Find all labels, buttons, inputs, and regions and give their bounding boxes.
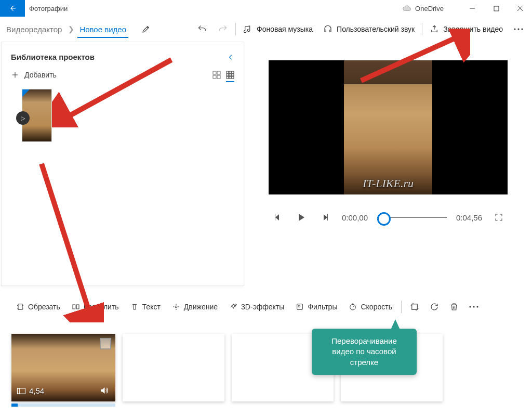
svg-rect-32 xyxy=(18,388,20,394)
arrow-left-icon xyxy=(8,4,17,13)
breadcrumb-root[interactable]: Видеоредактор xyxy=(3,25,65,34)
trash-icon xyxy=(449,302,459,311)
svg-point-25 xyxy=(298,305,300,307)
cloud-icon xyxy=(403,5,412,11)
main-area: Библиотека проектов Добавить xyxy=(0,42,532,286)
svg-point-29 xyxy=(473,306,474,307)
svg-rect-7 xyxy=(213,71,216,74)
motion-button[interactable]: Движение xyxy=(167,297,222,316)
minimize-button[interactable] xyxy=(460,0,484,17)
clip-duration: 4,54 xyxy=(29,386,44,395)
text-label: Текст xyxy=(142,303,161,311)
grid-small-button[interactable] xyxy=(226,71,234,82)
3d-effects-button[interactable]: 3D-эффекты xyxy=(224,297,289,316)
svg-rect-8 xyxy=(217,71,220,74)
clip-progress xyxy=(11,404,115,407)
minimize-icon xyxy=(469,5,475,11)
close-button[interactable] xyxy=(508,0,532,17)
svg-point-4 xyxy=(514,28,515,30)
title-bar: Фотографии OneDrive xyxy=(0,0,532,17)
svg-rect-21 xyxy=(73,305,75,309)
svg-rect-10 xyxy=(217,75,220,79)
pencil-icon xyxy=(141,24,151,34)
chevron-left-icon xyxy=(227,54,234,61)
redo-button[interactable] xyxy=(212,19,233,40)
maximize-button[interactable] xyxy=(484,0,508,17)
storyboard-clip[interactable]: 4,54 xyxy=(11,334,115,401)
next-frame-button[interactable] xyxy=(318,210,332,225)
svg-rect-13 xyxy=(232,71,234,73)
clip-audio-button[interactable] xyxy=(99,386,109,395)
svg-rect-31 xyxy=(18,388,25,394)
player-controls: 0:00,00 0:04,56 xyxy=(260,210,516,225)
clip-checkbox[interactable] xyxy=(100,338,111,349)
filters-button[interactable]: Фильтры xyxy=(291,297,342,316)
svg-rect-9 xyxy=(213,75,216,79)
preview-pane: IT-LIKE.ru 0:00,00 0:04,56 xyxy=(244,42,532,286)
video-preview[interactable]: IT-LIKE.ru xyxy=(269,60,508,194)
maximize-icon xyxy=(494,6,499,11)
fullscreen-button[interactable] xyxy=(491,210,506,225)
editor-toolbar: Видеоредактор ❯ Новое видео Фоновая музы… xyxy=(0,17,532,42)
crop-icon xyxy=(410,302,419,311)
speed-icon xyxy=(349,303,357,311)
rename-button[interactable] xyxy=(136,19,156,40)
svg-rect-16 xyxy=(232,74,234,76)
custom-audio-button[interactable]: Пользовательский звук xyxy=(318,19,420,40)
trim-button[interactable]: Обрезать xyxy=(11,297,65,316)
undo-button[interactable] xyxy=(192,19,212,40)
storyboard-more-button[interactable] xyxy=(465,297,483,316)
custom-audio-label: Пользовательский звук xyxy=(337,25,415,33)
svg-rect-12 xyxy=(229,71,231,73)
sparkle-icon xyxy=(229,303,237,311)
rotate-button[interactable] xyxy=(425,297,443,316)
ellipsis-icon xyxy=(469,306,478,308)
close-icon xyxy=(517,5,523,11)
bg-music-label: Фоновая музыка xyxy=(257,25,313,33)
collapse-panel-button[interactable] xyxy=(227,54,234,61)
undo-icon xyxy=(197,24,207,34)
finish-video-button[interactable]: Завершить видео xyxy=(424,19,508,40)
svg-rect-19 xyxy=(232,76,234,79)
play-button[interactable] xyxy=(294,210,309,225)
tooltip-callout: Переворачивание видео по часовой стрелке xyxy=(312,329,417,375)
clip-duration-icon xyxy=(17,387,26,395)
play-icon xyxy=(298,213,305,222)
background-music-button[interactable]: Фоновая музыка xyxy=(238,19,318,40)
trim-icon xyxy=(16,303,24,311)
prev-frame-button[interactable] xyxy=(270,210,285,225)
resize-button[interactable] xyxy=(406,297,423,316)
ellipsis-icon xyxy=(514,28,523,30)
grid-small-icon xyxy=(226,71,234,79)
filters-icon xyxy=(296,303,304,311)
motion-icon xyxy=(172,303,180,311)
onedrive-status[interactable]: OneDrive xyxy=(403,0,444,17)
svg-point-30 xyxy=(476,306,478,307)
library-clip-thumbnail[interactable]: ▷ xyxy=(22,89,51,141)
fullscreen-icon xyxy=(494,213,503,222)
add-media-button[interactable]: Добавить xyxy=(11,71,57,79)
grid-large-button[interactable] xyxy=(212,71,221,79)
more-button[interactable] xyxy=(508,19,529,40)
speed-button[interactable]: Скорость xyxy=(344,297,396,316)
storyboard-toolbar: Обрезать Разделить Текст Движение 3D-эфф… xyxy=(11,286,521,321)
text-button[interactable]: Текст xyxy=(126,297,165,316)
export-icon xyxy=(430,24,439,34)
filters-label: Фильтры xyxy=(308,303,337,311)
seek-handle[interactable] xyxy=(377,212,391,226)
headset-icon xyxy=(323,24,332,34)
step-forward-icon xyxy=(321,213,329,222)
seek-bar[interactable] xyxy=(377,217,447,218)
time-current: 0:00,00 xyxy=(342,213,368,222)
grid-large-icon xyxy=(212,71,221,79)
speaker-icon xyxy=(99,386,109,395)
breadcrumb-current[interactable]: Новое видео xyxy=(77,25,128,38)
storyboard-empty-slot[interactable] xyxy=(123,334,224,401)
delete-button[interactable] xyxy=(445,297,463,316)
back-button[interactable] xyxy=(0,0,25,17)
svg-rect-22 xyxy=(76,305,79,309)
text-icon xyxy=(130,303,139,311)
window-controls xyxy=(460,0,532,17)
split-button[interactable]: Разделить xyxy=(67,297,124,316)
svg-rect-11 xyxy=(227,71,229,73)
